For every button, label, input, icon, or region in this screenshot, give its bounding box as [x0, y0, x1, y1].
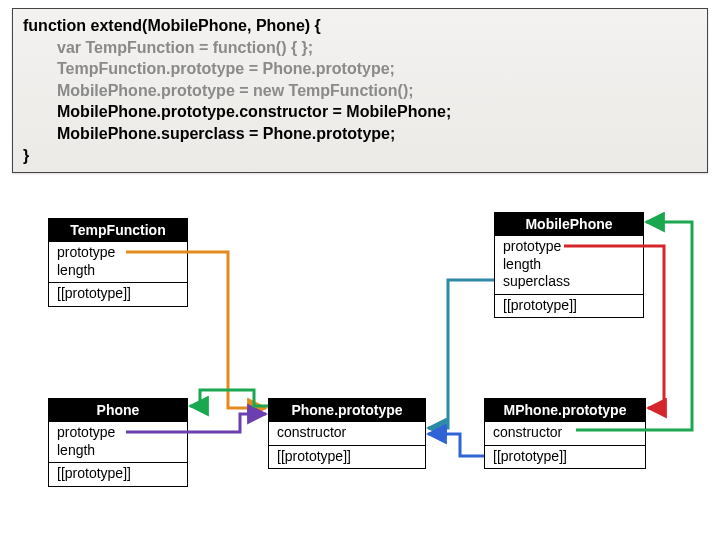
box-phone-prototype: Phone.prototype constructor [[prototype]…	[268, 398, 426, 469]
prop-label: length	[57, 442, 179, 460]
box-mphone-prototype: MPhone.prototype constructor [[prototype…	[484, 398, 646, 469]
prop-label: prototype	[57, 424, 179, 442]
box-title: MPhone.prototype	[485, 399, 645, 421]
code-block: function extend(MobilePhone, Phone) { va…	[12, 8, 708, 173]
prop-label: superclass	[503, 273, 635, 291]
prop: prototype length	[49, 241, 187, 282]
box-mobilephone: MobilePhone prototype length superclass …	[494, 212, 644, 318]
prop-label: prototype	[503, 238, 635, 256]
internal: [[prototype]]	[49, 282, 187, 306]
code-line: MobilePhone.prototype = new TempFunction…	[23, 80, 697, 102]
code-line: function extend(MobilePhone, Phone) {	[23, 15, 697, 37]
code-line: TempFunction.prototype = Phone.prototype…	[23, 58, 697, 80]
box-title: MobilePhone	[495, 213, 643, 235]
prop-label: length	[503, 256, 635, 274]
prop: constructor	[269, 421, 425, 445]
code-line: var TempFunction = function() { };	[23, 37, 697, 59]
code-line: MobilePhone.superclass = Phone.prototype…	[23, 123, 697, 145]
box-tempfunction: TempFunction prototype length [[prototyp…	[48, 218, 188, 307]
prop: prototype length	[49, 421, 187, 462]
prop-label: length	[57, 262, 179, 280]
prop: constructor	[485, 421, 645, 445]
box-title: Phone	[49, 399, 187, 421]
box-title: TempFunction	[49, 219, 187, 241]
prop-label: prototype	[57, 244, 179, 262]
internal: [[prototype]]	[495, 294, 643, 318]
internal: [[prototype]]	[485, 445, 645, 469]
internal: [[prototype]]	[49, 462, 187, 486]
arrow-phoneproto-constructor	[190, 390, 268, 406]
code-line: }	[23, 145, 697, 167]
code-line: MobilePhone.prototype.constructor = Mobi…	[23, 101, 697, 123]
internal: [[prototype]]	[269, 445, 425, 469]
arrow-mproto-internal	[428, 434, 484, 456]
prop: prototype length superclass	[495, 235, 643, 294]
box-phone: Phone prototype length [[prototype]]	[48, 398, 188, 487]
box-title: Phone.prototype	[269, 399, 425, 421]
